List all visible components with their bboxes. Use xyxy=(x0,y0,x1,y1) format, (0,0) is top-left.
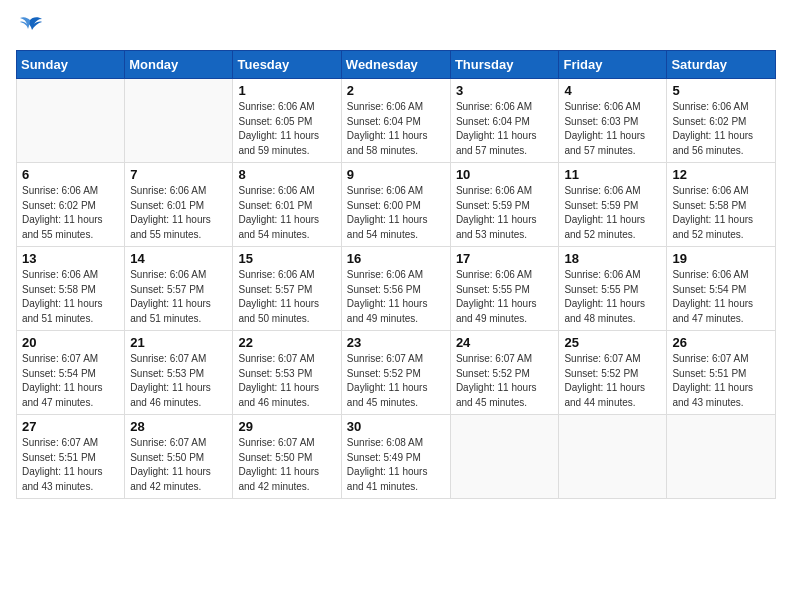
calendar-cell: 30Sunrise: 6:08 AM Sunset: 5:49 PM Dayli… xyxy=(341,415,450,499)
day-number: 29 xyxy=(238,419,335,434)
calendar-cell: 21Sunrise: 6:07 AM Sunset: 5:53 PM Dayli… xyxy=(125,331,233,415)
day-number: 26 xyxy=(672,335,770,350)
day-info: Sunrise: 6:07 AM Sunset: 5:51 PM Dayligh… xyxy=(22,436,119,494)
day-info: Sunrise: 6:06 AM Sunset: 5:55 PM Dayligh… xyxy=(564,268,661,326)
week-row-3: 13Sunrise: 6:06 AM Sunset: 5:58 PM Dayli… xyxy=(17,247,776,331)
calendar-cell: 22Sunrise: 6:07 AM Sunset: 5:53 PM Dayli… xyxy=(233,331,341,415)
day-number: 10 xyxy=(456,167,554,182)
day-info: Sunrise: 6:07 AM Sunset: 5:54 PM Dayligh… xyxy=(22,352,119,410)
calendar-cell xyxy=(559,415,667,499)
week-row-1: 1Sunrise: 6:06 AM Sunset: 6:05 PM Daylig… xyxy=(17,79,776,163)
day-number: 4 xyxy=(564,83,661,98)
day-info: Sunrise: 6:06 AM Sunset: 5:57 PM Dayligh… xyxy=(130,268,227,326)
day-info: Sunrise: 6:07 AM Sunset: 5:52 PM Dayligh… xyxy=(347,352,445,410)
day-number: 23 xyxy=(347,335,445,350)
day-number: 12 xyxy=(672,167,770,182)
weekday-header-tuesday: Tuesday xyxy=(233,51,341,79)
day-info: Sunrise: 6:06 AM Sunset: 6:03 PM Dayligh… xyxy=(564,100,661,158)
day-info: Sunrise: 6:07 AM Sunset: 5:51 PM Dayligh… xyxy=(672,352,770,410)
calendar-cell: 10Sunrise: 6:06 AM Sunset: 5:59 PM Dayli… xyxy=(450,163,559,247)
weekday-header-saturday: Saturday xyxy=(667,51,776,79)
day-number: 9 xyxy=(347,167,445,182)
day-number: 13 xyxy=(22,251,119,266)
calendar-cell xyxy=(17,79,125,163)
day-info: Sunrise: 6:07 AM Sunset: 5:53 PM Dayligh… xyxy=(130,352,227,410)
day-number: 8 xyxy=(238,167,335,182)
calendar-cell: 6Sunrise: 6:06 AM Sunset: 6:02 PM Daylig… xyxy=(17,163,125,247)
day-info: Sunrise: 6:06 AM Sunset: 6:04 PM Dayligh… xyxy=(347,100,445,158)
day-info: Sunrise: 6:06 AM Sunset: 6:01 PM Dayligh… xyxy=(130,184,227,242)
weekday-header-friday: Friday xyxy=(559,51,667,79)
day-number: 20 xyxy=(22,335,119,350)
weekday-header-thursday: Thursday xyxy=(450,51,559,79)
day-number: 18 xyxy=(564,251,661,266)
day-info: Sunrise: 6:06 AM Sunset: 6:00 PM Dayligh… xyxy=(347,184,445,242)
calendar-cell: 25Sunrise: 6:07 AM Sunset: 5:52 PM Dayli… xyxy=(559,331,667,415)
day-info: Sunrise: 6:06 AM Sunset: 5:56 PM Dayligh… xyxy=(347,268,445,326)
weekday-header-row: SundayMondayTuesdayWednesdayThursdayFrid… xyxy=(17,51,776,79)
day-info: Sunrise: 6:06 AM Sunset: 6:01 PM Dayligh… xyxy=(238,184,335,242)
day-info: Sunrise: 6:06 AM Sunset: 6:04 PM Dayligh… xyxy=(456,100,554,158)
day-number: 27 xyxy=(22,419,119,434)
day-number: 25 xyxy=(564,335,661,350)
day-number: 24 xyxy=(456,335,554,350)
calendar-cell: 9Sunrise: 6:06 AM Sunset: 6:00 PM Daylig… xyxy=(341,163,450,247)
calendar-cell: 24Sunrise: 6:07 AM Sunset: 5:52 PM Dayli… xyxy=(450,331,559,415)
day-info: Sunrise: 6:07 AM Sunset: 5:50 PM Dayligh… xyxy=(130,436,227,494)
calendar-cell: 26Sunrise: 6:07 AM Sunset: 5:51 PM Dayli… xyxy=(667,331,776,415)
day-number: 15 xyxy=(238,251,335,266)
calendar-cell: 29Sunrise: 6:07 AM Sunset: 5:50 PM Dayli… xyxy=(233,415,341,499)
day-info: Sunrise: 6:07 AM Sunset: 5:53 PM Dayligh… xyxy=(238,352,335,410)
weekday-header-wednesday: Wednesday xyxy=(341,51,450,79)
day-number: 21 xyxy=(130,335,227,350)
calendar-cell: 13Sunrise: 6:06 AM Sunset: 5:58 PM Dayli… xyxy=(17,247,125,331)
week-row-2: 6Sunrise: 6:06 AM Sunset: 6:02 PM Daylig… xyxy=(17,163,776,247)
day-info: Sunrise: 6:06 AM Sunset: 5:59 PM Dayligh… xyxy=(564,184,661,242)
weekday-header-monday: Monday xyxy=(125,51,233,79)
day-info: Sunrise: 6:06 AM Sunset: 5:58 PM Dayligh… xyxy=(672,184,770,242)
week-row-4: 20Sunrise: 6:07 AM Sunset: 5:54 PM Dayli… xyxy=(17,331,776,415)
day-number: 3 xyxy=(456,83,554,98)
day-number: 30 xyxy=(347,419,445,434)
calendar-cell: 2Sunrise: 6:06 AM Sunset: 6:04 PM Daylig… xyxy=(341,79,450,163)
calendar-cell: 23Sunrise: 6:07 AM Sunset: 5:52 PM Dayli… xyxy=(341,331,450,415)
day-number: 6 xyxy=(22,167,119,182)
calendar-cell: 14Sunrise: 6:06 AM Sunset: 5:57 PM Dayli… xyxy=(125,247,233,331)
day-info: Sunrise: 6:06 AM Sunset: 5:57 PM Dayligh… xyxy=(238,268,335,326)
logo-bird-icon xyxy=(16,16,44,38)
day-number: 22 xyxy=(238,335,335,350)
calendar-cell: 28Sunrise: 6:07 AM Sunset: 5:50 PM Dayli… xyxy=(125,415,233,499)
day-number: 28 xyxy=(130,419,227,434)
calendar-cell: 18Sunrise: 6:06 AM Sunset: 5:55 PM Dayli… xyxy=(559,247,667,331)
header xyxy=(16,16,776,38)
day-info: Sunrise: 6:06 AM Sunset: 6:05 PM Dayligh… xyxy=(238,100,335,158)
day-number: 2 xyxy=(347,83,445,98)
weekday-header-sunday: Sunday xyxy=(17,51,125,79)
calendar-cell: 19Sunrise: 6:06 AM Sunset: 5:54 PM Dayli… xyxy=(667,247,776,331)
day-number: 17 xyxy=(456,251,554,266)
day-info: Sunrise: 6:07 AM Sunset: 5:52 PM Dayligh… xyxy=(564,352,661,410)
calendar-cell: 12Sunrise: 6:06 AM Sunset: 5:58 PM Dayli… xyxy=(667,163,776,247)
day-info: Sunrise: 6:07 AM Sunset: 5:52 PM Dayligh… xyxy=(456,352,554,410)
day-info: Sunrise: 6:06 AM Sunset: 6:02 PM Dayligh… xyxy=(22,184,119,242)
day-info: Sunrise: 6:06 AM Sunset: 6:02 PM Dayligh… xyxy=(672,100,770,158)
calendar-cell: 1Sunrise: 6:06 AM Sunset: 6:05 PM Daylig… xyxy=(233,79,341,163)
day-info: Sunrise: 6:06 AM Sunset: 5:55 PM Dayligh… xyxy=(456,268,554,326)
day-info: Sunrise: 6:06 AM Sunset: 5:58 PM Dayligh… xyxy=(22,268,119,326)
calendar-cell: 15Sunrise: 6:06 AM Sunset: 5:57 PM Dayli… xyxy=(233,247,341,331)
logo xyxy=(16,16,48,38)
day-number: 11 xyxy=(564,167,661,182)
day-info: Sunrise: 6:06 AM Sunset: 5:54 PM Dayligh… xyxy=(672,268,770,326)
day-number: 16 xyxy=(347,251,445,266)
week-row-5: 27Sunrise: 6:07 AM Sunset: 5:51 PM Dayli… xyxy=(17,415,776,499)
day-info: Sunrise: 6:08 AM Sunset: 5:49 PM Dayligh… xyxy=(347,436,445,494)
day-number: 7 xyxy=(130,167,227,182)
day-number: 19 xyxy=(672,251,770,266)
calendar-cell: 11Sunrise: 6:06 AM Sunset: 5:59 PM Dayli… xyxy=(559,163,667,247)
calendar-cell xyxy=(125,79,233,163)
calendar-cell xyxy=(667,415,776,499)
calendar-cell: 17Sunrise: 6:06 AM Sunset: 5:55 PM Dayli… xyxy=(450,247,559,331)
day-info: Sunrise: 6:07 AM Sunset: 5:50 PM Dayligh… xyxy=(238,436,335,494)
day-number: 1 xyxy=(238,83,335,98)
calendar-cell: 16Sunrise: 6:06 AM Sunset: 5:56 PM Dayli… xyxy=(341,247,450,331)
